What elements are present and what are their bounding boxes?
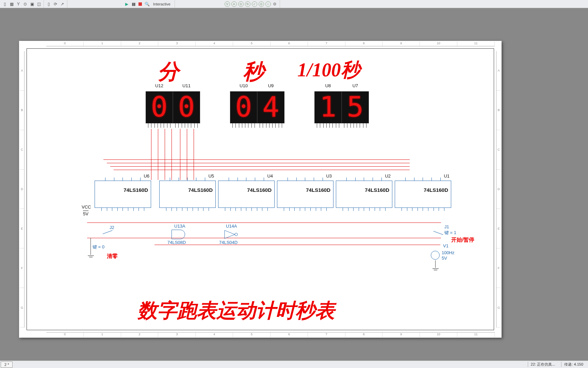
tool-icon[interactable]: ⟳ [52,1,59,7]
schematic-canvas[interactable]: 01234567891011 01234567891011 ABCDEFG AB… [0,8,588,358]
chip-type: 74LS160D [247,187,272,193]
probe-a-icon[interactable]: A [231,1,237,7]
counter-chip-u5[interactable]: U5 74LS160D [159,181,216,208]
main-toolbar: ▯ ▦ Y ⊙ ▣ ◫ ▯ ⟳ ↗ ▶ ▮▮ 🔍 Interactive V A… [0,0,588,8]
tool-icon[interactable]: ▯ [1,1,8,7]
chip-type: 74LS160D [188,187,213,193]
voltage-source[interactable] [431,251,440,260]
ref-label: U10 [230,83,257,88]
seven-seg[interactable] [257,91,284,123]
header-centisec: 1/100秒 [297,57,360,83]
seven-seg[interactable] [314,91,342,123]
wire [187,129,187,180]
interactive-label: Interactive [150,2,173,6]
counter-chip-u4[interactable]: U4 74LS160D [218,181,275,208]
ref-label: U11 [173,83,200,88]
u13a-type: 74LS08D [167,240,186,245]
tool-icon[interactable]: ▣ [29,1,35,7]
wire [158,129,158,180]
v1-volt: 5V [442,256,447,261]
seven-seg[interactable] [342,91,369,123]
and-gate[interactable] [172,230,185,239]
chip-type: 74LS160D [424,187,448,193]
ref-label: U12 [146,83,173,88]
probe-icon[interactable]: ✓ [252,1,257,7]
wire [87,238,441,238]
schematic-title: 数字跑表运动计时秒表 [137,297,335,324]
chip-type: 74LS160D [306,187,330,193]
probe-icon[interactable]: ⊙ [238,1,244,7]
run-button[interactable]: ▶ [123,1,130,7]
tool-icon[interactable]: ▦ [8,1,15,7]
tool-icon[interactable]: ↗ [59,1,66,7]
switch-j2[interactable] [103,234,113,234]
counter-chip-u3[interactable]: U3 74LS160D [277,181,333,208]
tool-icon[interactable]: Y [15,1,22,7]
ruler-left: ABCDEFG [20,51,24,327]
u13a-ref: U13A [174,224,185,229]
chip-type: 74LS160D [365,187,389,193]
display-minutes: U12 U11 [146,91,200,125]
ref-label: U8 [314,83,342,88]
u14a-type: 74LS04D [219,240,238,245]
probe-icon[interactable]: 🔍 [144,1,150,7]
tool-icon[interactable]: ◫ [35,1,42,7]
schematic-page: 01234567891011 01234567891011 ABCDEFG AB… [19,41,502,338]
ruler-bottom: 01234567891011 [46,332,495,337]
wire [180,129,180,180]
wire [114,170,410,170]
counter-chip-u6[interactable]: U6 74LS160D [95,181,151,208]
j2-ref: J2 [110,225,114,230]
wire [87,223,441,223]
sim-status: 22: 正在仿真... [528,362,558,367]
probe-icon[interactable]: ↻ [245,1,250,7]
wire [151,129,151,180]
wire [103,159,410,160]
display-seconds: U10 U9 [230,91,284,125]
5v-label: 5V [83,211,88,216]
status-bar: 2 * 22: 正在仿真... 传递: 4.150 [0,361,588,368]
wire [154,245,440,245]
switch-j1[interactable] [434,231,444,231]
chip-type: 74LS160D [124,187,148,193]
ruler-right: ABCDEFG [496,51,501,327]
v1-freq: 100Hz [442,250,455,255]
counter-chip-u1[interactable]: U1 74LS160D [395,181,451,208]
stop-button[interactable] [138,2,142,6]
ground-icon [432,269,439,273]
ground-icon [88,256,94,260]
j2-label: 清零 [107,253,118,260]
j1-label: 开始/暂停 [451,236,474,244]
seven-seg[interactable] [146,91,173,123]
v1-ref: V1 [443,243,448,248]
wire [107,163,410,163]
probe-v-icon[interactable]: V [225,1,230,7]
wire [110,166,410,167]
settings-icon[interactable]: ⚙ [272,1,278,7]
counter-chip-u2[interactable]: U2 74LS160D [336,181,392,208]
u14a-ref: U14A [226,224,237,229]
j2-key: 键 = 0 [93,244,104,250]
display-centisec: U8 U7 [314,91,369,125]
header-minutes: 分 [158,57,179,86]
probe-icon[interactable]: ⊙ [259,1,264,7]
tool-icon[interactable]: ⊙ [22,1,29,7]
wire [194,129,194,180]
probe-icon[interactable]: ○ [265,1,271,7]
ruler-top: 01234567891011 [46,42,495,46]
j1-key: 键 = 1 [444,230,456,236]
wire [435,260,436,268]
header-seconds: 秒 [243,57,264,86]
tool-icon[interactable]: ▯ [45,1,52,7]
vcc-label: VCC [82,204,91,210]
wire [91,238,91,255]
seven-seg[interactable] [230,91,257,123]
not-gate[interactable] [224,230,239,239]
ref-label: U7 [342,83,369,88]
seven-seg[interactable] [173,91,200,123]
wire [172,129,172,180]
pause-button[interactable]: ▮▮ [130,1,137,7]
sheet-tab[interactable]: 2 * [1,362,13,368]
tran-status: 传递: 4.150 [561,362,586,367]
svg-marker-0 [225,230,235,239]
